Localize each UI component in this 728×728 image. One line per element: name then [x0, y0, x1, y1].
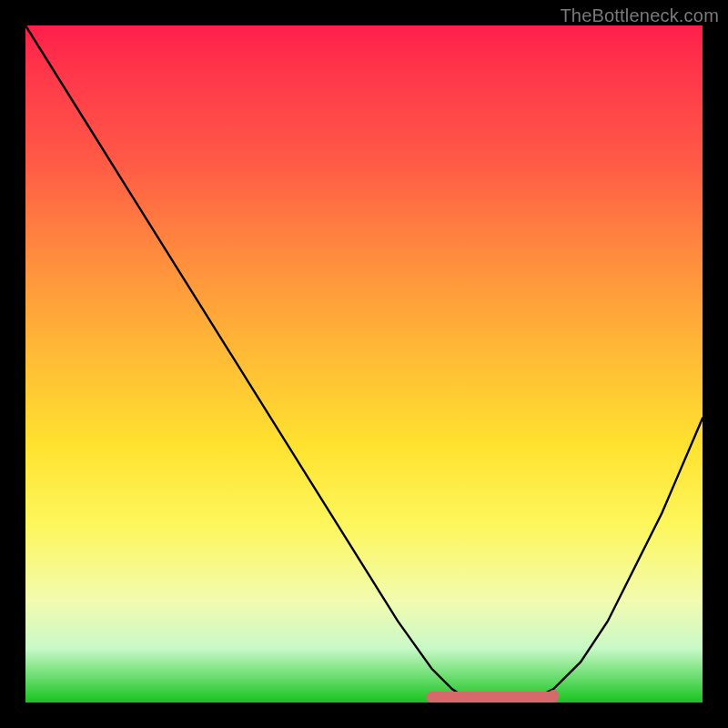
chart-frame: TheBottleneck.com [0, 0, 728, 728]
curve-layer [25, 25, 703, 703]
plot-area [25, 25, 703, 703]
minimum-marker-dot [548, 690, 559, 701]
watermark-label: TheBottleneck.com [560, 5, 719, 26]
bottleneck-curve [25, 25, 703, 703]
